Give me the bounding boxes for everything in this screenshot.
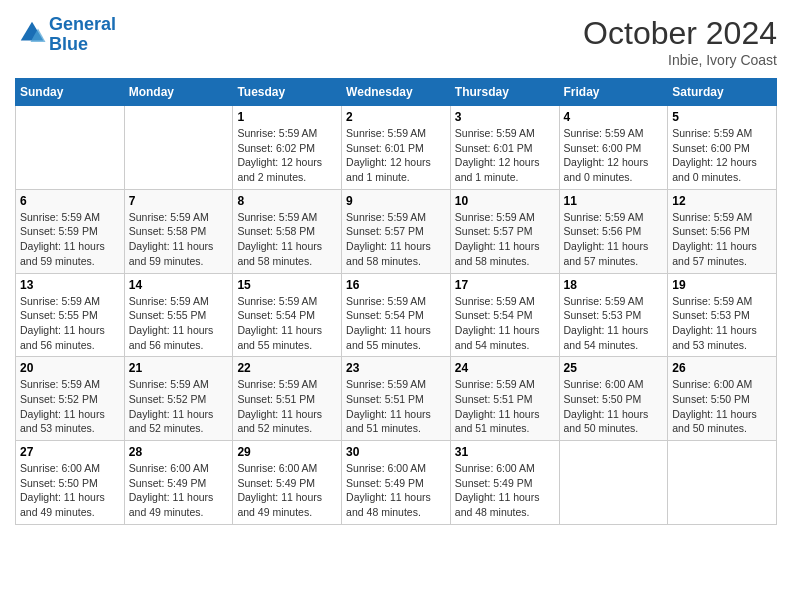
calendar-cell: 11Sunrise: 5:59 AMSunset: 5:56 PMDayligh…: [559, 189, 668, 273]
header-sunday: Sunday: [16, 79, 125, 106]
day-number: 2: [346, 110, 446, 124]
day-info: Sunrise: 5:59 AMSunset: 6:00 PMDaylight:…: [564, 126, 664, 185]
calendar-cell: 22Sunrise: 5:59 AMSunset: 5:51 PMDayligh…: [233, 357, 342, 441]
calendar-week-1: 1Sunrise: 5:59 AMSunset: 6:02 PMDaylight…: [16, 106, 777, 190]
day-number: 23: [346, 361, 446, 375]
day-info: Sunrise: 5:59 AMSunset: 6:01 PMDaylight:…: [455, 126, 555, 185]
day-number: 16: [346, 278, 446, 292]
calendar-cell: 28Sunrise: 6:00 AMSunset: 5:49 PMDayligh…: [124, 441, 233, 525]
header-saturday: Saturday: [668, 79, 777, 106]
day-number: 3: [455, 110, 555, 124]
calendar-cell: 1Sunrise: 5:59 AMSunset: 6:02 PMDaylight…: [233, 106, 342, 190]
day-number: 25: [564, 361, 664, 375]
location: Inbie, Ivory Coast: [583, 52, 777, 68]
calendar-cell: 5Sunrise: 5:59 AMSunset: 6:00 PMDaylight…: [668, 106, 777, 190]
calendar-cell: [16, 106, 125, 190]
day-number: 15: [237, 278, 337, 292]
day-info: Sunrise: 6:00 AMSunset: 5:49 PMDaylight:…: [129, 461, 229, 520]
day-info: Sunrise: 5:59 AMSunset: 5:54 PMDaylight:…: [346, 294, 446, 353]
day-number: 24: [455, 361, 555, 375]
calendar-cell: 15Sunrise: 5:59 AMSunset: 5:54 PMDayligh…: [233, 273, 342, 357]
day-info: Sunrise: 5:59 AMSunset: 5:58 PMDaylight:…: [237, 210, 337, 269]
day-number: 1: [237, 110, 337, 124]
day-info: Sunrise: 5:59 AMSunset: 5:51 PMDaylight:…: [346, 377, 446, 436]
day-info: Sunrise: 5:59 AMSunset: 5:52 PMDaylight:…: [129, 377, 229, 436]
day-info: Sunrise: 5:59 AMSunset: 5:56 PMDaylight:…: [564, 210, 664, 269]
month-title: October 2024: [583, 15, 777, 52]
calendar-cell: 31Sunrise: 6:00 AMSunset: 5:49 PMDayligh…: [450, 441, 559, 525]
day-number: 30: [346, 445, 446, 459]
day-info: Sunrise: 5:59 AMSunset: 5:56 PMDaylight:…: [672, 210, 772, 269]
day-number: 9: [346, 194, 446, 208]
day-number: 7: [129, 194, 229, 208]
day-info: Sunrise: 6:00 AMSunset: 5:50 PMDaylight:…: [564, 377, 664, 436]
day-number: 14: [129, 278, 229, 292]
logo-text: General Blue: [49, 15, 116, 55]
day-info: Sunrise: 5:59 AMSunset: 5:53 PMDaylight:…: [672, 294, 772, 353]
day-number: 31: [455, 445, 555, 459]
calendar-week-2: 6Sunrise: 5:59 AMSunset: 5:59 PMDaylight…: [16, 189, 777, 273]
calendar-cell: 8Sunrise: 5:59 AMSunset: 5:58 PMDaylight…: [233, 189, 342, 273]
day-number: 20: [20, 361, 120, 375]
day-number: 13: [20, 278, 120, 292]
calendar-cell: 3Sunrise: 5:59 AMSunset: 6:01 PMDaylight…: [450, 106, 559, 190]
header-tuesday: Tuesday: [233, 79, 342, 106]
day-number: 26: [672, 361, 772, 375]
day-info: Sunrise: 5:59 AMSunset: 6:01 PMDaylight:…: [346, 126, 446, 185]
day-number: 18: [564, 278, 664, 292]
day-number: 6: [20, 194, 120, 208]
page-header: General Blue October 2024 Inbie, Ivory C…: [15, 15, 777, 68]
day-number: 5: [672, 110, 772, 124]
calendar-cell: [559, 441, 668, 525]
calendar-cell: 10Sunrise: 5:59 AMSunset: 5:57 PMDayligh…: [450, 189, 559, 273]
header-wednesday: Wednesday: [342, 79, 451, 106]
day-number: 21: [129, 361, 229, 375]
day-info: Sunrise: 5:59 AMSunset: 6:02 PMDaylight:…: [237, 126, 337, 185]
calendar-cell: 27Sunrise: 6:00 AMSunset: 5:50 PMDayligh…: [16, 441, 125, 525]
calendar-cell: 2Sunrise: 5:59 AMSunset: 6:01 PMDaylight…: [342, 106, 451, 190]
day-number: 10: [455, 194, 555, 208]
calendar-cell: 19Sunrise: 5:59 AMSunset: 5:53 PMDayligh…: [668, 273, 777, 357]
calendar-header-row: SundayMondayTuesdayWednesdayThursdayFrid…: [16, 79, 777, 106]
calendar-table: SundayMondayTuesdayWednesdayThursdayFrid…: [15, 78, 777, 525]
calendar-cell: 13Sunrise: 5:59 AMSunset: 5:55 PMDayligh…: [16, 273, 125, 357]
day-info: Sunrise: 5:59 AMSunset: 5:55 PMDaylight:…: [129, 294, 229, 353]
calendar-cell: [124, 106, 233, 190]
day-number: 11: [564, 194, 664, 208]
day-number: 22: [237, 361, 337, 375]
day-info: Sunrise: 5:59 AMSunset: 5:58 PMDaylight:…: [129, 210, 229, 269]
calendar-week-3: 13Sunrise: 5:59 AMSunset: 5:55 PMDayligh…: [16, 273, 777, 357]
day-info: Sunrise: 5:59 AMSunset: 5:57 PMDaylight:…: [346, 210, 446, 269]
day-info: Sunrise: 5:59 AMSunset: 5:55 PMDaylight:…: [20, 294, 120, 353]
calendar-cell: 21Sunrise: 5:59 AMSunset: 5:52 PMDayligh…: [124, 357, 233, 441]
day-number: 8: [237, 194, 337, 208]
title-area: October 2024 Inbie, Ivory Coast: [583, 15, 777, 68]
day-info: Sunrise: 5:59 AMSunset: 5:51 PMDaylight:…: [237, 377, 337, 436]
calendar-week-5: 27Sunrise: 6:00 AMSunset: 5:50 PMDayligh…: [16, 441, 777, 525]
calendar-cell: 24Sunrise: 5:59 AMSunset: 5:51 PMDayligh…: [450, 357, 559, 441]
day-number: 17: [455, 278, 555, 292]
calendar-cell: 6Sunrise: 5:59 AMSunset: 5:59 PMDaylight…: [16, 189, 125, 273]
day-info: Sunrise: 5:59 AMSunset: 5:54 PMDaylight:…: [455, 294, 555, 353]
day-number: 27: [20, 445, 120, 459]
calendar-cell: [668, 441, 777, 525]
day-number: 19: [672, 278, 772, 292]
day-info: Sunrise: 6:00 AMSunset: 5:50 PMDaylight:…: [20, 461, 120, 520]
calendar-cell: 16Sunrise: 5:59 AMSunset: 5:54 PMDayligh…: [342, 273, 451, 357]
day-info: Sunrise: 5:59 AMSunset: 5:59 PMDaylight:…: [20, 210, 120, 269]
logo: General Blue: [15, 15, 116, 55]
day-number: 28: [129, 445, 229, 459]
calendar-cell: 18Sunrise: 5:59 AMSunset: 5:53 PMDayligh…: [559, 273, 668, 357]
day-info: Sunrise: 6:00 AMSunset: 5:49 PMDaylight:…: [346, 461, 446, 520]
calendar-cell: 7Sunrise: 5:59 AMSunset: 5:58 PMDaylight…: [124, 189, 233, 273]
day-number: 12: [672, 194, 772, 208]
header-monday: Monday: [124, 79, 233, 106]
day-info: Sunrise: 5:59 AMSunset: 5:57 PMDaylight:…: [455, 210, 555, 269]
calendar-cell: 14Sunrise: 5:59 AMSunset: 5:55 PMDayligh…: [124, 273, 233, 357]
day-info: Sunrise: 6:00 AMSunset: 5:49 PMDaylight:…: [237, 461, 337, 520]
calendar-cell: 12Sunrise: 5:59 AMSunset: 5:56 PMDayligh…: [668, 189, 777, 273]
calendar-cell: 30Sunrise: 6:00 AMSunset: 5:49 PMDayligh…: [342, 441, 451, 525]
day-number: 4: [564, 110, 664, 124]
calendar-cell: 23Sunrise: 5:59 AMSunset: 5:51 PMDayligh…: [342, 357, 451, 441]
day-info: Sunrise: 6:00 AMSunset: 5:50 PMDaylight:…: [672, 377, 772, 436]
